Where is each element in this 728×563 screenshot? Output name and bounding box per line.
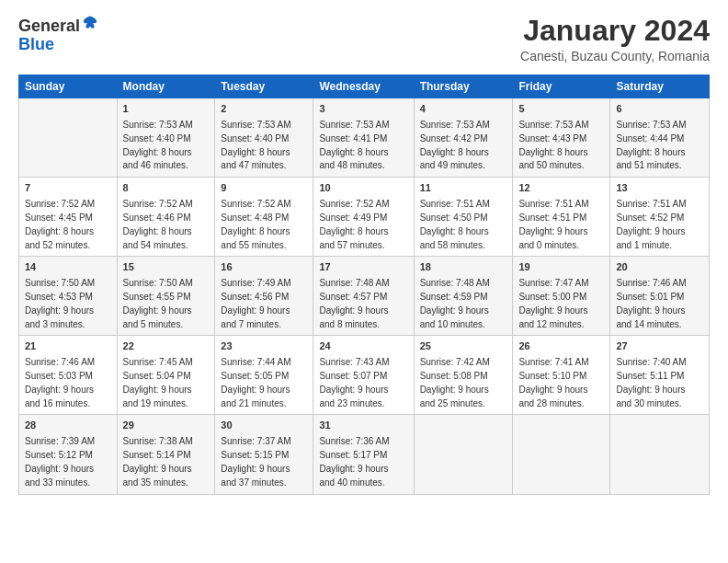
day-cell: 5Sunrise: 7:53 AM Sunset: 4:43 PM Daylig… xyxy=(513,98,610,178)
week-row-2: 7Sunrise: 7:52 AM Sunset: 4:45 PM Daylig… xyxy=(19,178,710,257)
day-cell: 9Sunrise: 7:52 AM Sunset: 4:48 PM Daylig… xyxy=(215,178,313,257)
day-number: 26 xyxy=(518,339,604,354)
day-cell: 3Sunrise: 7:53 AM Sunset: 4:41 PM Daylig… xyxy=(313,98,414,178)
day-cell: 13Sunrise: 7:51 AM Sunset: 4:52 PM Dayli… xyxy=(610,178,710,257)
col-tuesday: Tuesday xyxy=(215,75,313,98)
day-cell: 12Sunrise: 7:51 AM Sunset: 4:51 PM Dayli… xyxy=(513,178,610,257)
day-cell: 20Sunrise: 7:46 AM Sunset: 5:01 PM Dayli… xyxy=(610,257,710,336)
day-number: 13 xyxy=(616,181,703,196)
day-cell xyxy=(513,415,610,494)
day-number: 15 xyxy=(123,260,210,275)
day-cell: 4Sunrise: 7:53 AM Sunset: 4:42 PM Daylig… xyxy=(414,98,513,178)
day-cell: 15Sunrise: 7:50 AM Sunset: 4:55 PM Dayli… xyxy=(117,257,215,336)
day-info: Sunrise: 7:53 AM Sunset: 4:40 PM Dayligh… xyxy=(221,120,290,170)
day-number: 9 xyxy=(221,181,307,196)
day-number: 17 xyxy=(319,260,407,275)
day-cell: 6Sunrise: 7:53 AM Sunset: 4:44 PM Daylig… xyxy=(610,98,710,178)
day-info: Sunrise: 7:38 AM Sunset: 5:14 PM Dayligh… xyxy=(123,436,193,487)
day-cell: 11Sunrise: 7:51 AM Sunset: 4:50 PM Dayli… xyxy=(414,178,513,257)
day-number: 11 xyxy=(420,181,507,196)
week-row-3: 14Sunrise: 7:50 AM Sunset: 4:53 PM Dayli… xyxy=(19,257,710,336)
day-cell: 8Sunrise: 7:52 AM Sunset: 4:46 PM Daylig… xyxy=(117,178,215,257)
day-info: Sunrise: 7:39 AM Sunset: 5:12 PM Dayligh… xyxy=(25,436,95,487)
day-info: Sunrise: 7:50 AM Sunset: 4:55 PM Dayligh… xyxy=(123,278,193,328)
day-info: Sunrise: 7:36 AM Sunset: 5:17 PM Dayligh… xyxy=(319,436,389,487)
day-cell: 30Sunrise: 7:37 AM Sunset: 5:15 PM Dayli… xyxy=(215,415,313,494)
week-row-5: 28Sunrise: 7:39 AM Sunset: 5:12 PM Dayli… xyxy=(19,415,710,494)
day-cell: 19Sunrise: 7:47 AM Sunset: 5:00 PM Dayli… xyxy=(513,257,610,336)
day-info: Sunrise: 7:45 AM Sunset: 5:04 PM Dayligh… xyxy=(123,357,193,408)
location-subtitle: Canesti, Buzau County, Romania xyxy=(520,49,710,63)
day-info: Sunrise: 7:43 AM Sunset: 5:07 PM Dayligh… xyxy=(319,357,389,408)
calendar-body: 1Sunrise: 7:53 AM Sunset: 4:40 PM Daylig… xyxy=(19,98,710,494)
day-cell: 28Sunrise: 7:39 AM Sunset: 5:12 PM Dayli… xyxy=(19,415,118,494)
day-number: 27 xyxy=(616,339,703,354)
day-info: Sunrise: 7:53 AM Sunset: 4:41 PM Dayligh… xyxy=(319,120,389,170)
day-number: 18 xyxy=(420,260,507,275)
day-info: Sunrise: 7:37 AM Sunset: 5:15 PM Dayligh… xyxy=(221,436,290,487)
day-number: 8 xyxy=(123,181,210,196)
day-cell: 1Sunrise: 7:53 AM Sunset: 4:40 PM Daylig… xyxy=(117,98,215,178)
col-sunday: Sunday xyxy=(19,75,118,98)
logo-blue: Blue xyxy=(18,35,54,53)
day-info: Sunrise: 7:51 AM Sunset: 4:51 PM Dayligh… xyxy=(518,199,588,249)
day-cell: 29Sunrise: 7:38 AM Sunset: 5:14 PM Dayli… xyxy=(117,415,215,494)
day-number: 4 xyxy=(420,102,507,117)
day-info: Sunrise: 7:53 AM Sunset: 4:43 PM Dayligh… xyxy=(518,120,588,170)
day-number: 29 xyxy=(123,419,210,433)
day-info: Sunrise: 7:40 AM Sunset: 5:11 PM Dayligh… xyxy=(616,357,686,408)
day-number: 20 xyxy=(616,260,703,275)
logo: General Blue xyxy=(18,15,98,54)
logo-text: General Blue xyxy=(18,15,98,54)
day-info: Sunrise: 7:52 AM Sunset: 4:45 PM Dayligh… xyxy=(25,199,95,249)
week-row-4: 21Sunrise: 7:46 AM Sunset: 5:03 PM Dayli… xyxy=(19,336,710,415)
day-cell: 14Sunrise: 7:50 AM Sunset: 4:53 PM Dayli… xyxy=(19,257,118,336)
day-number: 28 xyxy=(25,419,111,433)
day-info: Sunrise: 7:48 AM Sunset: 4:57 PM Dayligh… xyxy=(319,278,389,328)
day-info: Sunrise: 7:52 AM Sunset: 4:49 PM Dayligh… xyxy=(319,199,389,249)
day-cell: 17Sunrise: 7:48 AM Sunset: 4:57 PM Dayli… xyxy=(313,257,414,336)
day-info: Sunrise: 7:47 AM Sunset: 5:00 PM Dayligh… xyxy=(518,278,588,328)
day-number: 19 xyxy=(518,260,604,275)
day-cell: 21Sunrise: 7:46 AM Sunset: 5:03 PM Dayli… xyxy=(19,336,118,415)
day-number: 6 xyxy=(616,102,703,117)
day-cell: 10Sunrise: 7:52 AM Sunset: 4:49 PM Dayli… xyxy=(313,178,414,257)
page-container: General Blue January 2024 Canesti, Buzau… xyxy=(0,0,728,504)
day-cell: 27Sunrise: 7:40 AM Sunset: 5:11 PM Dayli… xyxy=(610,336,710,415)
day-cell: 23Sunrise: 7:44 AM Sunset: 5:05 PM Dayli… xyxy=(215,336,313,415)
day-number: 14 xyxy=(25,260,111,275)
day-number: 21 xyxy=(25,339,111,354)
day-cell: 22Sunrise: 7:45 AM Sunset: 5:04 PM Dayli… xyxy=(117,336,215,415)
day-cell xyxy=(610,415,710,494)
month-title: January 2024 xyxy=(520,15,710,47)
day-number: 10 xyxy=(319,181,407,196)
logo-general: General xyxy=(18,17,80,35)
header: General Blue January 2024 Canesti, Buzau… xyxy=(18,15,710,63)
day-info: Sunrise: 7:52 AM Sunset: 4:48 PM Dayligh… xyxy=(221,199,290,249)
day-info: Sunrise: 7:51 AM Sunset: 4:50 PM Dayligh… xyxy=(420,199,490,249)
day-number: 2 xyxy=(221,102,307,117)
day-info: Sunrise: 7:53 AM Sunset: 4:42 PM Dayligh… xyxy=(420,120,490,170)
title-block: January 2024 Canesti, Buzau County, Roma… xyxy=(520,15,710,63)
day-info: Sunrise: 7:49 AM Sunset: 4:56 PM Dayligh… xyxy=(221,278,290,328)
day-info: Sunrise: 7:48 AM Sunset: 4:59 PM Dayligh… xyxy=(420,278,490,328)
day-cell: 25Sunrise: 7:42 AM Sunset: 5:08 PM Dayli… xyxy=(414,336,513,415)
day-cell: 7Sunrise: 7:52 AM Sunset: 4:45 PM Daylig… xyxy=(19,178,118,257)
day-info: Sunrise: 7:53 AM Sunset: 4:44 PM Dayligh… xyxy=(616,120,686,170)
day-info: Sunrise: 7:44 AM Sunset: 5:05 PM Dayligh… xyxy=(221,357,290,408)
day-cell: 31Sunrise: 7:36 AM Sunset: 5:17 PM Dayli… xyxy=(313,415,414,494)
day-info: Sunrise: 7:51 AM Sunset: 4:52 PM Dayligh… xyxy=(616,199,686,249)
day-cell xyxy=(19,98,118,178)
calendar-table: Sunday Monday Tuesday Wednesday Thursday… xyxy=(18,75,710,494)
week-row-1: 1Sunrise: 7:53 AM Sunset: 4:40 PM Daylig… xyxy=(19,98,710,178)
day-cell: 24Sunrise: 7:43 AM Sunset: 5:07 PM Dayli… xyxy=(313,336,414,415)
col-saturday: Saturday xyxy=(610,75,710,98)
day-info: Sunrise: 7:53 AM Sunset: 4:40 PM Dayligh… xyxy=(123,120,193,170)
day-cell: 26Sunrise: 7:41 AM Sunset: 5:10 PM Dayli… xyxy=(513,336,610,415)
day-number: 16 xyxy=(221,260,307,275)
day-cell xyxy=(414,415,513,494)
day-cell: 2Sunrise: 7:53 AM Sunset: 4:40 PM Daylig… xyxy=(215,98,313,178)
day-cell: 18Sunrise: 7:48 AM Sunset: 4:59 PM Dayli… xyxy=(414,257,513,336)
day-number: 23 xyxy=(221,339,307,354)
day-info: Sunrise: 7:42 AM Sunset: 5:08 PM Dayligh… xyxy=(420,357,490,408)
